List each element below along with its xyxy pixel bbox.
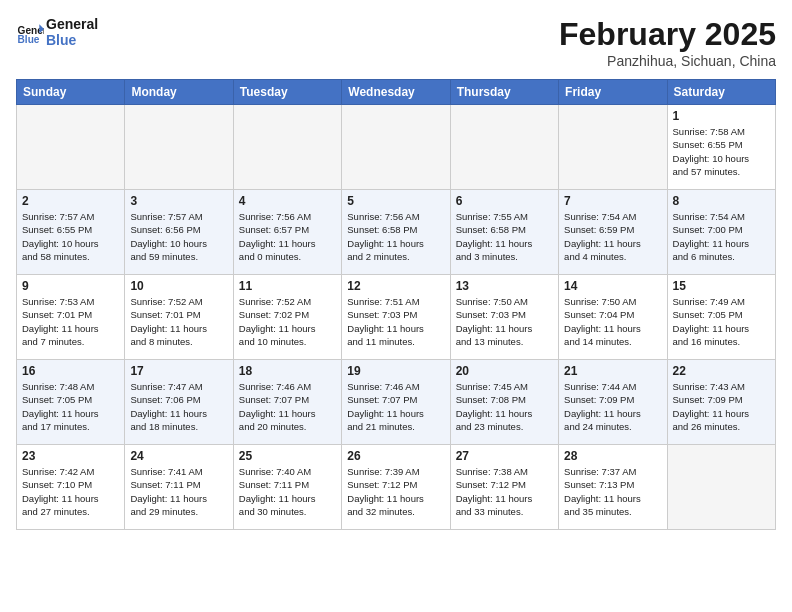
- calendar-week-row: 2Sunrise: 7:57 AM Sunset: 6:55 PM Daylig…: [17, 190, 776, 275]
- day-info: Sunrise: 7:57 AM Sunset: 6:56 PM Dayligh…: [130, 210, 227, 263]
- day-number: 3: [130, 194, 227, 208]
- logo-blue: Blue: [46, 32, 98, 48]
- day-number: 20: [456, 364, 553, 378]
- weekday-header: Monday: [125, 80, 233, 105]
- day-number: 28: [564, 449, 661, 463]
- calendar-cell: 24Sunrise: 7:41 AM Sunset: 7:11 PM Dayli…: [125, 445, 233, 530]
- calendar-cell: [342, 105, 450, 190]
- calendar-cell: 19Sunrise: 7:46 AM Sunset: 7:07 PM Dayli…: [342, 360, 450, 445]
- day-number: 1: [673, 109, 770, 123]
- day-info: Sunrise: 7:58 AM Sunset: 6:55 PM Dayligh…: [673, 125, 770, 178]
- day-number: 12: [347, 279, 444, 293]
- calendar-cell: 2Sunrise: 7:57 AM Sunset: 6:55 PM Daylig…: [17, 190, 125, 275]
- calendar-cell: 15Sunrise: 7:49 AM Sunset: 7:05 PM Dayli…: [667, 275, 775, 360]
- day-number: 11: [239, 279, 336, 293]
- calendar-week-row: 16Sunrise: 7:48 AM Sunset: 7:05 PM Dayli…: [17, 360, 776, 445]
- calendar-cell: [125, 105, 233, 190]
- day-info: Sunrise: 7:52 AM Sunset: 7:01 PM Dayligh…: [130, 295, 227, 348]
- weekday-header: Wednesday: [342, 80, 450, 105]
- calendar-cell: [233, 105, 341, 190]
- calendar-week-row: 1Sunrise: 7:58 AM Sunset: 6:55 PM Daylig…: [17, 105, 776, 190]
- calendar-cell: 3Sunrise: 7:57 AM Sunset: 6:56 PM Daylig…: [125, 190, 233, 275]
- logo-general: General: [46, 16, 98, 32]
- calendar-cell: 20Sunrise: 7:45 AM Sunset: 7:08 PM Dayli…: [450, 360, 558, 445]
- calendar-cell: [667, 445, 775, 530]
- day-number: 13: [456, 279, 553, 293]
- weekday-header: Tuesday: [233, 80, 341, 105]
- calendar-cell: [559, 105, 667, 190]
- day-number: 17: [130, 364, 227, 378]
- day-number: 15: [673, 279, 770, 293]
- day-number: 5: [347, 194, 444, 208]
- day-number: 19: [347, 364, 444, 378]
- day-info: Sunrise: 7:45 AM Sunset: 7:08 PM Dayligh…: [456, 380, 553, 433]
- day-info: Sunrise: 7:39 AM Sunset: 7:12 PM Dayligh…: [347, 465, 444, 518]
- day-info: Sunrise: 7:37 AM Sunset: 7:13 PM Dayligh…: [564, 465, 661, 518]
- calendar-cell: 9Sunrise: 7:53 AM Sunset: 7:01 PM Daylig…: [17, 275, 125, 360]
- calendar-cell: 14Sunrise: 7:50 AM Sunset: 7:04 PM Dayli…: [559, 275, 667, 360]
- day-info: Sunrise: 7:57 AM Sunset: 6:55 PM Dayligh…: [22, 210, 119, 263]
- day-info: Sunrise: 7:44 AM Sunset: 7:09 PM Dayligh…: [564, 380, 661, 433]
- weekday-header: Thursday: [450, 80, 558, 105]
- calendar-cell: 8Sunrise: 7:54 AM Sunset: 7:00 PM Daylig…: [667, 190, 775, 275]
- calendar-cell: [450, 105, 558, 190]
- day-info: Sunrise: 7:43 AM Sunset: 7:09 PM Dayligh…: [673, 380, 770, 433]
- calendar-cell: 7Sunrise: 7:54 AM Sunset: 6:59 PM Daylig…: [559, 190, 667, 275]
- day-info: Sunrise: 7:46 AM Sunset: 7:07 PM Dayligh…: [239, 380, 336, 433]
- logo: General Blue General Blue: [16, 16, 98, 48]
- day-number: 26: [347, 449, 444, 463]
- day-number: 18: [239, 364, 336, 378]
- day-info: Sunrise: 7:53 AM Sunset: 7:01 PM Dayligh…: [22, 295, 119, 348]
- calendar-cell: 13Sunrise: 7:50 AM Sunset: 7:03 PM Dayli…: [450, 275, 558, 360]
- day-info: Sunrise: 7:42 AM Sunset: 7:10 PM Dayligh…: [22, 465, 119, 518]
- calendar-cell: 4Sunrise: 7:56 AM Sunset: 6:57 PM Daylig…: [233, 190, 341, 275]
- day-number: 7: [564, 194, 661, 208]
- day-number: 21: [564, 364, 661, 378]
- day-number: 14: [564, 279, 661, 293]
- calendar-cell: 27Sunrise: 7:38 AM Sunset: 7:12 PM Dayli…: [450, 445, 558, 530]
- day-number: 2: [22, 194, 119, 208]
- day-number: 27: [456, 449, 553, 463]
- subtitle: Panzhihua, Sichuan, China: [559, 53, 776, 69]
- day-number: 10: [130, 279, 227, 293]
- logo-icon: General Blue: [16, 18, 44, 46]
- calendar-week-row: 23Sunrise: 7:42 AM Sunset: 7:10 PM Dayli…: [17, 445, 776, 530]
- calendar-week-row: 9Sunrise: 7:53 AM Sunset: 7:01 PM Daylig…: [17, 275, 776, 360]
- day-info: Sunrise: 7:47 AM Sunset: 7:06 PM Dayligh…: [130, 380, 227, 433]
- day-info: Sunrise: 7:52 AM Sunset: 7:02 PM Dayligh…: [239, 295, 336, 348]
- calendar-cell: 23Sunrise: 7:42 AM Sunset: 7:10 PM Dayli…: [17, 445, 125, 530]
- page-header: General Blue General Blue February 2025 …: [16, 16, 776, 69]
- calendar-cell: 17Sunrise: 7:47 AM Sunset: 7:06 PM Dayli…: [125, 360, 233, 445]
- day-info: Sunrise: 7:48 AM Sunset: 7:05 PM Dayligh…: [22, 380, 119, 433]
- calendar-cell: 12Sunrise: 7:51 AM Sunset: 7:03 PM Dayli…: [342, 275, 450, 360]
- calendar-cell: 1Sunrise: 7:58 AM Sunset: 6:55 PM Daylig…: [667, 105, 775, 190]
- calendar-table: SundayMondayTuesdayWednesdayThursdayFrid…: [16, 79, 776, 530]
- day-number: 6: [456, 194, 553, 208]
- calendar-cell: 10Sunrise: 7:52 AM Sunset: 7:01 PM Dayli…: [125, 275, 233, 360]
- day-number: 9: [22, 279, 119, 293]
- day-info: Sunrise: 7:38 AM Sunset: 7:12 PM Dayligh…: [456, 465, 553, 518]
- weekday-header: Friday: [559, 80, 667, 105]
- weekday-header: Sunday: [17, 80, 125, 105]
- day-info: Sunrise: 7:56 AM Sunset: 6:58 PM Dayligh…: [347, 210, 444, 263]
- day-number: 8: [673, 194, 770, 208]
- calendar-cell: 11Sunrise: 7:52 AM Sunset: 7:02 PM Dayli…: [233, 275, 341, 360]
- day-info: Sunrise: 7:56 AM Sunset: 6:57 PM Dayligh…: [239, 210, 336, 263]
- day-info: Sunrise: 7:50 AM Sunset: 7:03 PM Dayligh…: [456, 295, 553, 348]
- svg-text:Blue: Blue: [18, 34, 40, 45]
- title-block: February 2025 Panzhihua, Sichuan, China: [559, 16, 776, 69]
- calendar-cell: [17, 105, 125, 190]
- day-number: 22: [673, 364, 770, 378]
- day-number: 16: [22, 364, 119, 378]
- day-info: Sunrise: 7:54 AM Sunset: 7:00 PM Dayligh…: [673, 210, 770, 263]
- day-info: Sunrise: 7:55 AM Sunset: 6:58 PM Dayligh…: [456, 210, 553, 263]
- calendar-cell: 26Sunrise: 7:39 AM Sunset: 7:12 PM Dayli…: [342, 445, 450, 530]
- day-info: Sunrise: 7:54 AM Sunset: 6:59 PM Dayligh…: [564, 210, 661, 263]
- day-info: Sunrise: 7:51 AM Sunset: 7:03 PM Dayligh…: [347, 295, 444, 348]
- calendar-cell: 21Sunrise: 7:44 AM Sunset: 7:09 PM Dayli…: [559, 360, 667, 445]
- weekday-header: Saturday: [667, 80, 775, 105]
- calendar-cell: 18Sunrise: 7:46 AM Sunset: 7:07 PM Dayli…: [233, 360, 341, 445]
- day-number: 23: [22, 449, 119, 463]
- day-number: 25: [239, 449, 336, 463]
- calendar-cell: 16Sunrise: 7:48 AM Sunset: 7:05 PM Dayli…: [17, 360, 125, 445]
